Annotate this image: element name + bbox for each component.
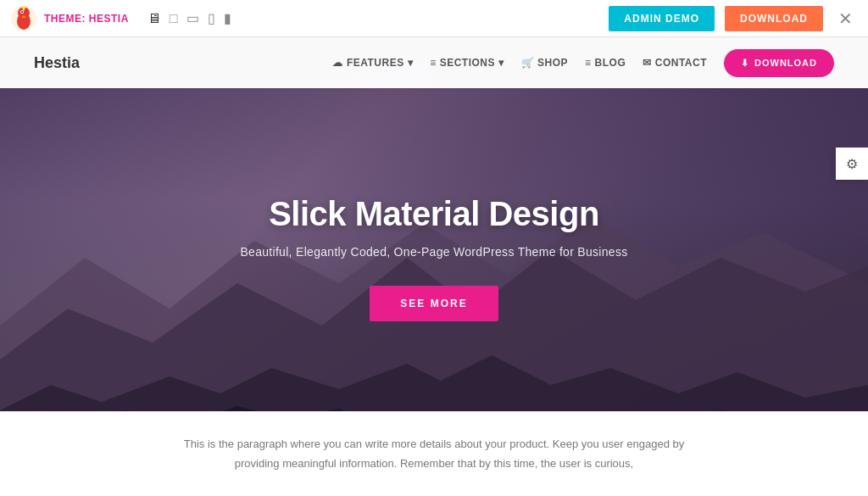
nav-link-contact[interactable]: ✉ CONTACT xyxy=(643,57,707,69)
top-bar: THEME: HESTIA 🖥 □ ▭ ▯ ▮ ADMIN DEMO DOWNL… xyxy=(0,0,868,37)
logo-area: THEME: HESTIA xyxy=(10,5,129,32)
close-button[interactable]: ✕ xyxy=(833,8,858,29)
gear-button[interactable]: ⚙ xyxy=(836,148,868,180)
nav-link-shop[interactable]: 🛒 SHOP xyxy=(521,57,569,69)
theme-label: THEME: HESTIA xyxy=(44,13,129,25)
desktop-icon[interactable]: 🖥 xyxy=(147,11,161,26)
hero-subtitle: Beautiful, Elegantly Coded, One-Page Wor… xyxy=(240,245,627,259)
see-more-button[interactable]: SEE MORE xyxy=(370,286,498,321)
admin-demo-button[interactable]: ADMIN DEMO xyxy=(609,6,715,31)
nav-link-features[interactable]: ☁ FEATURES ▾ xyxy=(332,57,413,69)
cart-icon: 🛒 xyxy=(521,57,535,69)
gear-icon: ⚙ xyxy=(846,156,858,172)
nav-download-button[interactable]: ⬇ DOWNLOAD xyxy=(724,49,834,77)
laptop-icon[interactable]: □ xyxy=(170,11,178,26)
theme-name: HESTIA xyxy=(89,13,129,25)
hero-content: Slick Material Design Beautiful, Elegant… xyxy=(240,195,627,321)
blog-icon: ≡ xyxy=(585,57,592,69)
website-preview: Slick Material Design Beautiful, Elegant… xyxy=(0,37,868,496)
svg-point-5 xyxy=(21,11,23,13)
mobile-icon[interactable]: ▮ xyxy=(224,10,231,26)
chevron-down-icon: ▾ xyxy=(408,57,414,69)
download-button-top[interactable]: DOWNLOAD xyxy=(725,6,823,31)
tablet-portrait-icon[interactable]: ▯ xyxy=(208,10,215,26)
nav-link-blog[interactable]: ≡ BLOG xyxy=(585,57,626,69)
tablet-landscape-icon[interactable]: ▭ xyxy=(186,10,199,26)
content-section: This is the paragraph where you can writ… xyxy=(0,411,868,496)
download-icon: ⬇ xyxy=(741,58,749,69)
nav-link-sections[interactable]: ≡ SECTIONS ▾ xyxy=(430,57,504,69)
site-name[interactable]: Hestia xyxy=(34,54,332,72)
nav-bar: Hestia ☁ FEATURES ▾ ≡ SECTIONS ▾ 🛒 SHOP … xyxy=(0,37,868,88)
content-paragraph: This is the paragraph where you can writ… xyxy=(180,435,688,472)
sections-icon: ≡ xyxy=(430,57,437,69)
site-logo-icon xyxy=(10,5,37,32)
mail-icon: ✉ xyxy=(643,57,652,69)
cloud-icon: ☁ xyxy=(332,57,343,69)
hero-title: Slick Material Design xyxy=(240,195,627,233)
chevron-down-icon-sections: ▾ xyxy=(498,57,504,69)
device-icons: 🖥 □ ▭ ▯ ▮ xyxy=(147,10,598,26)
nav-links: ☁ FEATURES ▾ ≡ SECTIONS ▾ 🛒 SHOP ≡ BLOG … xyxy=(332,49,834,77)
hero-section: Slick Material Design Beautiful, Elegant… xyxy=(0,37,868,444)
